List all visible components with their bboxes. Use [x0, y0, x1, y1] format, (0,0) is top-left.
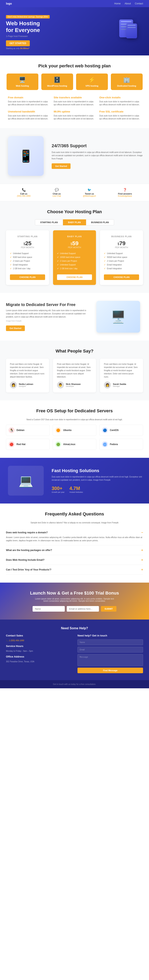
faq-question-3[interactable]: Can I Test Drive 'Any of Your Products'?…	[6, 568, 143, 571]
cta-email-input[interactable]	[67, 606, 99, 612]
contact-answers[interactable]: ❓ Find answers Knowledgebase	[118, 188, 132, 197]
faq-section: Frequently Asked Questions Sample text D…	[0, 504, 149, 582]
os-almalinux[interactable]: 🟢 AlmaLinux	[53, 439, 96, 450]
os-grid: 🐧 Debian 🟠 Ubuntu 🔵 CentOS 🔴 Red Hat 🟢 A…	[6, 425, 143, 450]
nav-contact[interactable]: Contact	[135, 2, 143, 5]
redhat-icon: 🔴	[8, 441, 14, 447]
footer-help-title: Need Some Help?	[6, 627, 143, 630]
help-icon: ❓	[118, 188, 132, 192]
support-description: Duis aute irure dolor in reprehenderit i…	[52, 151, 143, 160]
nav-about[interactable]: About	[125, 2, 131, 5]
faq-intro: Sample text Dolor in ullamco laboris? Ni…	[6, 522, 143, 524]
dedicated-title: Migrate to Dedicated Server For Free	[6, 302, 87, 307]
feature-free-domain: Free domain Duis aute irure dolor in rep…	[8, 96, 50, 106]
cta-form: SUBMIT	[35, 606, 114, 612]
faq-toggle-1: +	[141, 549, 143, 552]
feature-bandwidth: Unmetered bandwidth Duis aute irure dolo…	[8, 110, 50, 120]
testimonial-2: Proin sed libero orci tortor feugiat. Id…	[100, 359, 143, 393]
plan-starting-btn[interactable]: CHOOSE PLAN	[10, 274, 45, 280]
almalinux-icon: 🟢	[55, 441, 61, 447]
contact-bar: 📞 Call us (555) 456-1890 💬 Chat us Live …	[0, 184, 149, 201]
support-section: 📱 24/7/365 Support Duis aute irure dolor…	[0, 128, 149, 184]
os-ubuntu[interactable]: 🟠 Ubuntu	[53, 425, 96, 436]
pick-plan-title: Pick your perfect web hosting plan	[6, 64, 143, 68]
support-cta-button[interactable]: Get Started	[52, 163, 71, 169]
cta-name-input[interactable]	[33, 606, 65, 612]
footer-contact-info: Contact Sales 📞 1 (555) 456-1890 Service…	[6, 634, 71, 673]
feature-ssl: Free SSL certificate Duis aute irure dol…	[99, 110, 141, 120]
os-subtitle: Need a Custom OS? Duis aute irure dolor …	[6, 418, 143, 421]
tab-business-plan[interactable]: BUSINESS PLAN	[86, 220, 114, 225]
plan-business-btn[interactable]: CHOOSE PLAN	[104, 274, 139, 280]
footer-bottom: Get in touch with us today for a free co…	[0, 680, 149, 688]
faq-toggle-3: +	[141, 568, 143, 571]
footer-contact-form: Find Message	[78, 640, 143, 673]
fast-stats: 300+ Growth per year 4.7M Hosted Website…	[52, 486, 143, 493]
hero-visual	[99, 19, 143, 46]
dedicated-visual: 🖥️	[94, 301, 143, 332]
footer-send-button[interactable]: Find Message	[78, 668, 143, 673]
dedicated-cta-button[interactable]: Get Started	[6, 326, 25, 331]
os-fedora[interactable]: 🌀 Fedora	[99, 439, 143, 450]
feature-uptime: 99.9% uptime Duis aute irure dolor in re…	[54, 110, 95, 120]
faq-question-2[interactable]: Does Web Hosting Include Email? +	[6, 558, 143, 562]
author-1: 👨 Nick Shanwan Developer	[57, 382, 92, 388]
dedicated-source: Image from Freepik	[6, 320, 87, 322]
choose-plan-section: Choose Your Hosting Plan STARTING PLAN B…	[0, 201, 149, 293]
hosting-type-dedicated[interactable]: 🏢 Dedicated hosting	[111, 73, 143, 90]
footer: Need Some Help? Contact Sales 📞 1 (555) …	[0, 620, 149, 680]
hero-text-block: Don't miss limited-time savings. Savings…	[6, 15, 50, 49]
support-illustration: 📱	[8, 136, 44, 176]
testimonials-title: What People Say?	[6, 348, 143, 354]
tab-baby-plan[interactable]: BABY PLAN	[63, 220, 86, 225]
tab-starting-plan[interactable]: STARTING PLAN	[35, 220, 63, 225]
fast-hosting-section: 💻 Fast Hosting Solutions Duis aute irure…	[0, 458, 149, 504]
os-title: Free OS Setup for Dedicated Servers	[6, 408, 143, 414]
footer-name-input[interactable]	[78, 640, 143, 645]
hosting-type-wordpress[interactable]: 🗄️ WordPress hosting	[41, 73, 73, 90]
hero-cta-button[interactable]: GET STARTED	[6, 40, 30, 46]
os-section: Free OS Setup for Dedicated Servers Need…	[0, 400, 149, 458]
dedicated-text: Migrate to Dedicated Server For Free Lor…	[6, 302, 87, 331]
contact-chat[interactable]: 💬 Chat us Live Chat	[52, 188, 61, 197]
contact-call: 📞 Call us (555) 456-1890	[17, 188, 30, 197]
footer-contact-sales: Contact Sales 📞 1 (555) 456-1890	[6, 634, 71, 642]
hosting-type-web[interactable]: 🖥️ Web hosting	[6, 73, 38, 90]
faq-question-1[interactable]: What are the hosting packages on offer? …	[6, 549, 143, 552]
support-title: 24/7/365 Support	[52, 143, 143, 148]
hosting-type-list: 🖥️ Web hosting 🗄️ WordPress hosting ⚡ VP…	[6, 73, 143, 90]
os-redhat[interactable]: 🔴 Red Hat	[6, 439, 50, 450]
laptop-illustration: 💻	[8, 466, 44, 496]
stat-growth: 300+ Growth per year	[52, 486, 65, 493]
os-centos[interactable]: 🔵 CentOS	[99, 425, 143, 436]
faq-question-0[interactable]: Does web hosting require a domain? −	[6, 531, 143, 534]
faq-title: Frequently Asked Questions	[6, 511, 143, 517]
fedora-icon: 🌀	[102, 441, 108, 447]
fast-visual: 💻	[6, 466, 46, 496]
avatar-2: 👩	[104, 382, 111, 388]
centos-icon: 🔵	[102, 427, 108, 433]
plan-baby: BABY PLAN $59 PER MONTH Unlimited Suppor…	[53, 230, 96, 285]
cta-title: Launch Now & Get a Free $100 Trial Bonus	[6, 590, 143, 596]
plan-business-features: Unlimited Support 50GB hard drive space …	[104, 251, 139, 270]
os-debian[interactable]: 🐧 Debian	[6, 425, 50, 436]
cta-banner: Launch Now & Get a Free $100 Trial Bonus…	[0, 582, 149, 620]
hero-title: Web Hostingfor Everyone	[6, 20, 50, 33]
testimonial-0: Proin sed libero orci tortor feugiat. Id…	[6, 359, 49, 393]
footer-message-input[interactable]	[78, 654, 143, 666]
hero-badge: Don't miss limited-time savings. Savings…	[6, 15, 50, 19]
nav-home[interactable]: Home	[114, 2, 120, 5]
contact-tweet[interactable]: 🐦 Tweet us @WebSupport	[83, 188, 96, 197]
cta-submit-button[interactable]: SUBMIT	[101, 606, 116, 612]
plan-starting: STARTING PLAN $25 PER MONTH Unlimited Su…	[6, 230, 49, 285]
dedicated-section: Migrate to Dedicated Server For Free Lor…	[0, 293, 149, 340]
fast-text: Fast Hosting Solutions Duis aute irure d…	[52, 468, 143, 493]
twitter-icon: 🐦	[83, 188, 96, 192]
testimonial-1: Proin sed libero orci tortor feugiat. Id…	[53, 359, 96, 393]
footer-email-input[interactable]	[78, 647, 143, 652]
hero-subtitle: 1-Page host Freeware	[6, 35, 50, 37]
author-0: 👩 Nedia Latman Designer	[10, 382, 45, 388]
server-illustration	[103, 19, 139, 44]
plan-baby-btn[interactable]: CHOOSE PLAN	[57, 274, 92, 280]
hosting-type-vps[interactable]: ⚡ VPS hosting	[76, 73, 108, 90]
